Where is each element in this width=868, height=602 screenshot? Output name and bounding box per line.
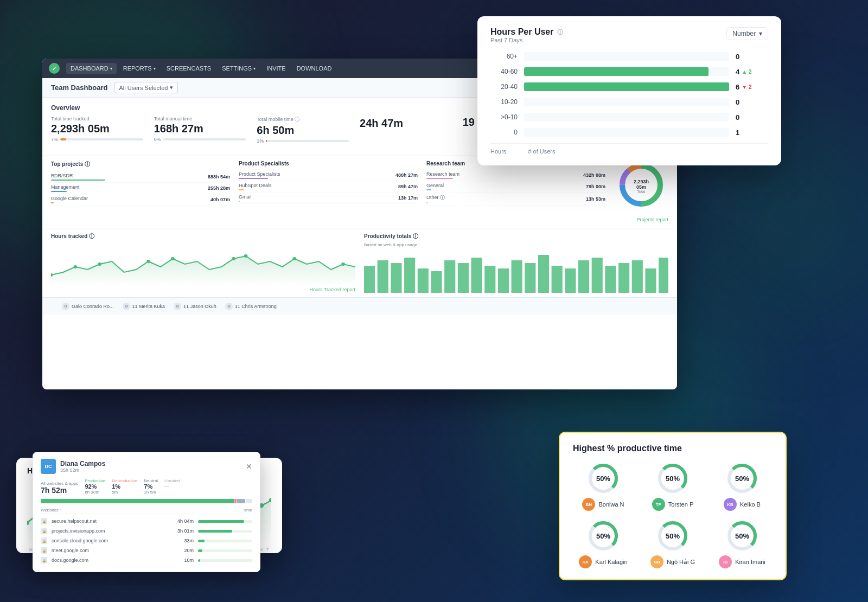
ud-site-bar-fill <box>198 540 205 542</box>
svg-point-11 <box>244 254 248 258</box>
ud-bar-neutral <box>237 499 245 503</box>
hpu-type-dropdown[interactable]: Number ▾ <box>726 27 768 40</box>
overview-value-tracked: 2,293h 05m <box>51 123 143 135</box>
hp-avatar-5: KI <box>719 555 732 568</box>
ud-cat-value-productive: 92% <box>85 483 105 490</box>
user-chip-2[interactable]: ⚙ 11 Jason Okuh <box>174 303 216 310</box>
hp-user-2: KB Keiko B <box>724 498 761 511</box>
svg-rect-23 <box>484 266 495 293</box>
ud-site-bar-bg <box>198 540 252 542</box>
hp-donut-0: 50% <box>587 462 620 495</box>
hp-donut-5: 50% <box>726 520 758 552</box>
donut-sublabel: Total <box>629 190 654 194</box>
project-row: Other ⓘ 13h 53m <box>426 193 605 206</box>
ud-bar-unrated <box>246 499 252 503</box>
hpu-count: 6 ▼ 2 <box>736 83 768 91</box>
ud-cat-unrated: Unrated — <box>164 478 180 488</box>
project-row: Research team 432h 08m <box>426 170 605 181</box>
user-chip-3[interactable]: ⚙ 11 Chris Armstrong <box>225 303 277 310</box>
overview-pct-manual: 0% <box>154 137 161 142</box>
hours-tracked-link[interactable]: Hours Tracked report <box>51 287 355 292</box>
overview-card-mobile: Total mobile time ⓘ 6h 50m 1% <box>257 116 360 144</box>
overview-label-manual: Total manual time <box>154 116 246 121</box>
nav-item-dashboard[interactable]: DASHBOARD ▾ <box>66 63 117 74</box>
svg-rect-20 <box>444 260 455 293</box>
nav-item-screencasts[interactable]: SCREENCASTS <box>162 63 216 74</box>
ud-site-row-1[interactable]: 🔒 projects.invisionapp.com 3h 01m <box>41 526 252 536</box>
ud-cat-value-neutral: 7% <box>144 483 158 490</box>
ud-site-time: 3h 01m <box>174 528 194 534</box>
ud-stats: All websites & apps 7h 52m Productive 92… <box>41 478 252 495</box>
projects-col2-header: Product Specialists <box>239 161 418 166</box>
project-row: Google Calendar 40h 07m <box>51 194 230 206</box>
user-chip-icon: ⚙ <box>123 303 130 310</box>
hp-name-1: Torsten P <box>668 501 693 508</box>
projects-donut-chart: 2,293h 05m Total Projects report <box>614 161 668 223</box>
svg-rect-16 <box>391 263 401 293</box>
ud-site-row-4[interactable]: 🔒 docs.google.com 10m <box>41 555 252 565</box>
hp-name-5: Kiran Imani <box>735 559 765 565</box>
ud-site-row-0[interactable]: 🔒 secure.helpscout.net 4h 04m <box>41 516 252 526</box>
productivity-chart <box>364 249 668 293</box>
user-chip-icon: ⚙ <box>62 303 69 310</box>
hp-pct-5: 50% <box>735 532 749 540</box>
svg-rect-17 <box>404 258 415 293</box>
projects-report-link[interactable]: Projects report <box>636 217 668 222</box>
svg-rect-26 <box>525 263 535 293</box>
hp-name-3: Karl Kalagin <box>595 559 627 565</box>
hp-donut-1: 50% <box>656 462 689 495</box>
svg-rect-22 <box>471 258 482 293</box>
projects-col-1: Top projects ⓘ BDR/SDR 888h 54m Manageme… <box>51 161 230 223</box>
hpu-label: >0-10 <box>490 113 518 121</box>
hpu-label: 60+ <box>490 53 518 60</box>
hp-avatar-4: NH <box>650 555 663 568</box>
trend-up-icon: ▲ 2 <box>742 69 751 75</box>
ud-site-row-3[interactable]: 🔒 meet.google.com 20m <box>41 546 252 555</box>
ud-site-bar-fill <box>198 530 232 533</box>
hpu-subtitle: Past 7 Days <box>490 37 563 43</box>
close-icon[interactable]: ✕ <box>246 462 252 471</box>
ud-site-bar-bg <box>198 549 252 552</box>
hpu-y-label: # of Users <box>528 148 555 155</box>
nav-item-invite[interactable]: INVITE <box>262 63 290 74</box>
user-chip-1[interactable]: ⚙ 11 Merita Kuka <box>123 303 165 310</box>
trend-down-icon: ▼ 2 <box>742 84 751 90</box>
hpu-bar-container <box>524 128 729 137</box>
trends-section: Hours tracked ⓘ <box>42 228 677 297</box>
hpu-label: 40-60 <box>490 68 518 75</box>
hp-avatar-2: KB <box>724 498 737 511</box>
hpu-count: 0 <box>736 98 768 106</box>
ud-bar-productive <box>41 499 234 503</box>
ud-time-header: Time <box>243 508 252 513</box>
svg-rect-30 <box>578 260 589 293</box>
user-chip-icon: ⚙ <box>225 303 233 310</box>
nav-item-download[interactable]: DOWNLOAD <box>292 63 336 74</box>
svg-rect-21 <box>458 263 469 293</box>
ud-site-icon: 🔒 <box>41 537 47 544</box>
user-filter-dropdown[interactable]: All Users Selected ▾ <box>114 82 178 93</box>
hpu-header: Hours Per User ⓘ Past 7 Days Number ▾ <box>490 27 768 43</box>
nav-item-reports[interactable]: REPORTS ▾ <box>119 63 160 74</box>
ud-site-name: console.cloud.google.com <box>52 538 170 543</box>
hp-user-5: KI Kiran Imani <box>719 555 765 568</box>
ud-cat-sub-unrated: — <box>164 483 180 488</box>
hpu-count: 4 ▲ 2 <box>736 68 768 76</box>
ud-site-bar-fill <box>198 559 200 562</box>
chevron-down-icon: ▾ <box>253 66 256 71</box>
hours-per-user-card: Hours Per User ⓘ Past 7 Days Number ▾ 60… <box>477 16 781 165</box>
ud-bar-unproductive <box>234 499 237 503</box>
hpu-count: 0 <box>736 113 768 121</box>
hours-tracked-chart <box>51 242 355 286</box>
hpu-bar-container <box>524 113 729 121</box>
svg-rect-28 <box>552 266 563 293</box>
user-chip-0[interactable]: ⚙ Galo Conrado Ro... <box>62 303 114 310</box>
nav-item-settings[interactable]: SETTINGS ▾ <box>218 63 260 74</box>
overview-value-extra1: 24h 47m <box>360 117 452 129</box>
overview-label-tracked: Total time tracked <box>51 116 143 121</box>
hp-item-4: 50% NH Ngô Hải G <box>642 520 703 568</box>
hp-user-0: BN Bonlwa N <box>582 498 624 511</box>
ud-site-row-2[interactable]: 🔒 console.cloud.google.com 33m <box>41 536 252 546</box>
overview-card-tracked: Total time tracked 2,293h 05m 7% <box>51 116 154 144</box>
ud-site-bar-bg <box>198 520 252 523</box>
ud-header: DC Diana Campos 35h 52m ✕ <box>41 459 252 474</box>
